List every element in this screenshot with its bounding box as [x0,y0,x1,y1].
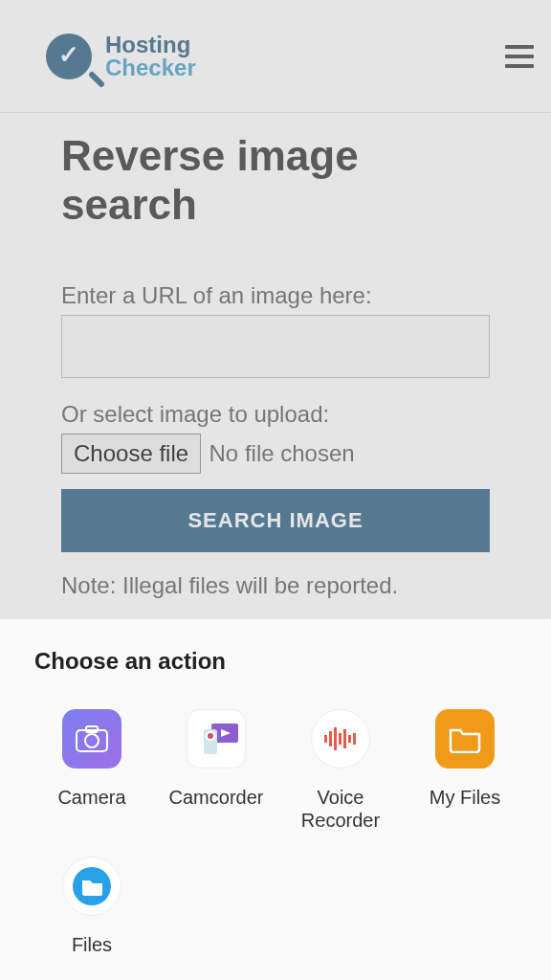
action-label: Voice Recorder [283,786,398,832]
action-item-my-files[interactable]: My Files [408,709,522,832]
url-field-label: Enter a URL of an image here: [61,282,490,309]
camcorder-icon [187,709,246,768]
action-label: Camcorder [169,786,264,809]
hamburger-menu-icon[interactable] [505,45,534,68]
action-sheet-title: Choose an action [34,648,522,675]
note-illegal: Note: Illegal files will be reported. [61,569,490,602]
page-title: Reverse image search [61,132,490,229]
file-chosen-status: No file chosen [209,440,355,466]
action-grid: Camera Camcorder Voice Recorder My Files [34,709,522,956]
logo-text: Hosting Checker [105,33,196,79]
upload-field-label: Or select image to upload: [61,401,490,428]
choose-file-button[interactable]: Choose file [61,434,201,474]
action-label: My Files [430,786,500,809]
action-item-camcorder[interactable]: Camcorder [159,709,274,832]
svg-rect-10 [334,727,337,750]
search-image-button[interactable]: SEARCH IMAGE [61,489,490,552]
svg-rect-11 [339,733,342,745]
image-url-input[interactable] [61,315,490,378]
my-files-icon [435,709,495,768]
action-item-voice-recorder[interactable]: Voice Recorder [283,709,398,832]
action-label: Camera [57,786,125,809]
svg-rect-8 [324,735,327,743]
voice-recorder-icon [311,709,370,768]
logo[interactable]: Hosting Checker [46,33,196,79]
svg-rect-14 [353,733,356,745]
action-item-files[interactable]: Files [34,857,149,956]
app-header: Hosting Checker [0,0,551,113]
files-icon [62,857,121,916]
svg-point-7 [208,733,213,739]
svg-rect-9 [329,731,332,746]
action-item-camera[interactable]: Camera [34,709,149,832]
main-content: Reverse image search Enter a URL of an i… [0,113,551,670]
logo-line2: Checker [105,56,196,79]
camera-icon [62,709,121,768]
logo-mark-icon [46,33,92,79]
action-label: Files [72,933,112,956]
svg-rect-13 [348,735,351,743]
svg-point-1 [85,734,99,747]
svg-rect-12 [343,729,346,748]
action-sheet: Choose an action Camera Camcorder Voice … [0,619,551,980]
logo-line1: Hosting [105,33,196,56]
